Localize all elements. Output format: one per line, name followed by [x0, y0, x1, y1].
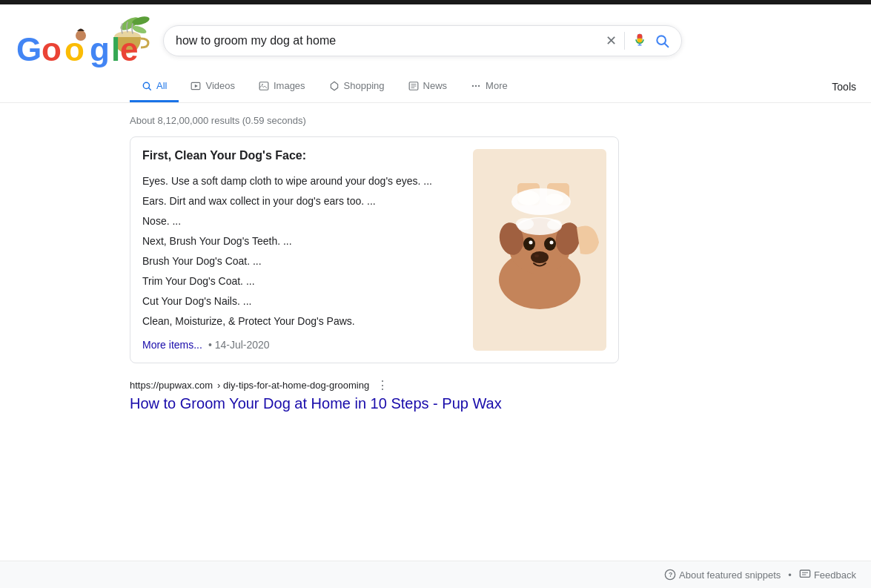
svg-point-44	[547, 219, 562, 230]
list-item: Clean, Moisturize, & Protect Your Dog's …	[142, 311, 458, 331]
more-icon	[471, 81, 481, 91]
search-bar-wrapper: ✕	[163, 25, 682, 56]
tab-videos[interactable]: Videos	[179, 71, 247, 102]
svg-text:l: l	[111, 31, 120, 67]
svg-point-30	[517, 191, 540, 205]
search-bar: ✕	[163, 25, 682, 56]
google-logo[interactable]: G o o g l e	[15, 15, 141, 67]
svg-point-41	[534, 254, 539, 257]
svg-point-31	[546, 194, 563, 205]
dog-image	[473, 149, 606, 351]
search-icon[interactable]	[655, 33, 669, 48]
search-icons: ✕	[606, 32, 669, 50]
header: G o o g l e ✕	[0, 4, 871, 71]
result-title[interactable]: How to Groom Your Dog at Home in 10 Step…	[130, 394, 574, 413]
list-item: Brush Your Dog's Coat. ...	[142, 251, 458, 271]
dog-svg	[473, 183, 606, 317]
search-result-1: https://pupwax.com › diy-tips-for-at-hom…	[130, 378, 574, 413]
result-stats: About 8,12,00,000 results (0.59 seconds)	[130, 109, 741, 136]
search-tab-icon	[142, 81, 152, 91]
result-url-row: https://pupwax.com › diy-tips-for-at-hom…	[130, 378, 574, 392]
svg-point-23	[472, 85, 474, 86]
nav-tabs: All Videos Images Shopping News	[0, 71, 871, 103]
result-options-icon[interactable]: ⋮	[377, 378, 388, 392]
svg-point-38	[529, 241, 533, 245]
divider	[624, 32, 625, 50]
tab-more[interactable]: More	[459, 71, 520, 102]
more-items: More items... • 14-Jul-2020	[142, 339, 458, 351]
more-items-date: • 14-Jul-2020	[208, 339, 270, 351]
tools-btn[interactable]: Tools	[832, 81, 871, 93]
result-breadcrumb: › diy-tips-for-at-home-dog-grooming	[217, 380, 369, 391]
images-icon	[259, 81, 269, 91]
svg-point-39	[550, 241, 554, 245]
mic-icon[interactable]	[632, 33, 647, 48]
tab-shopping[interactable]: Shopping	[317, 71, 397, 102]
logo-area: G o o g l e	[15, 15, 148, 67]
svg-point-7	[76, 30, 86, 41]
svg-text:g: g	[90, 31, 110, 67]
svg-point-36	[523, 237, 535, 251]
list-item: Eyes. Use a soft damp cloth to wipe arou…	[142, 171, 458, 191]
svg-line-14	[148, 87, 150, 90]
videos-icon	[191, 81, 201, 91]
list-item: Trim Your Dog's Coat. ...	[142, 271, 458, 291]
featured-snippet: First, Clean Your Dog's Face: Eyes. Use …	[130, 136, 619, 363]
snippet-content: First, Clean Your Dog's Face: Eyes. Use …	[142, 149, 458, 351]
results-area: About 8,12,00,000 results (0.59 seconds)…	[0, 103, 741, 413]
tab-images[interactable]: Images	[247, 71, 317, 102]
snippet-list: Eyes. Use a soft damp cloth to wipe arou…	[142, 171, 458, 331]
svg-point-18	[262, 84, 263, 85]
result-url: https://pupwax.com	[130, 380, 213, 391]
svg-point-40	[531, 251, 549, 263]
list-item: Nose. ...	[142, 211, 458, 231]
svg-point-37	[544, 237, 556, 251]
news-icon	[408, 81, 419, 91]
search-input[interactable]	[176, 34, 600, 47]
svg-marker-16	[195, 84, 198, 87]
snippet-title: First, Clean Your Dog's Face:	[142, 149, 458, 162]
svg-line-12	[665, 44, 669, 47]
svg-point-24	[475, 85, 477, 86]
tab-news[interactable]: News	[397, 71, 460, 102]
list-item: Ears. Dirt and wax collect in your dog's…	[142, 191, 458, 211]
list-item: Next, Brush Your Dog's Teeth. ...	[142, 231, 458, 251]
tab-all[interactable]: All	[130, 71, 179, 102]
svg-text:e: e	[120, 31, 138, 67]
svg-point-43	[516, 218, 534, 230]
svg-point-25	[478, 85, 480, 86]
list-item: Cut Your Dog's Nails. ...	[142, 291, 458, 311]
shopping-icon	[329, 81, 340, 91]
svg-text:o: o	[42, 31, 62, 67]
more-items-link[interactable]: More items...	[142, 339, 202, 351]
svg-text:G: G	[16, 31, 42, 67]
google-logo-svg: G o o g l e	[15, 15, 163, 74]
clear-icon[interactable]: ✕	[606, 33, 617, 49]
